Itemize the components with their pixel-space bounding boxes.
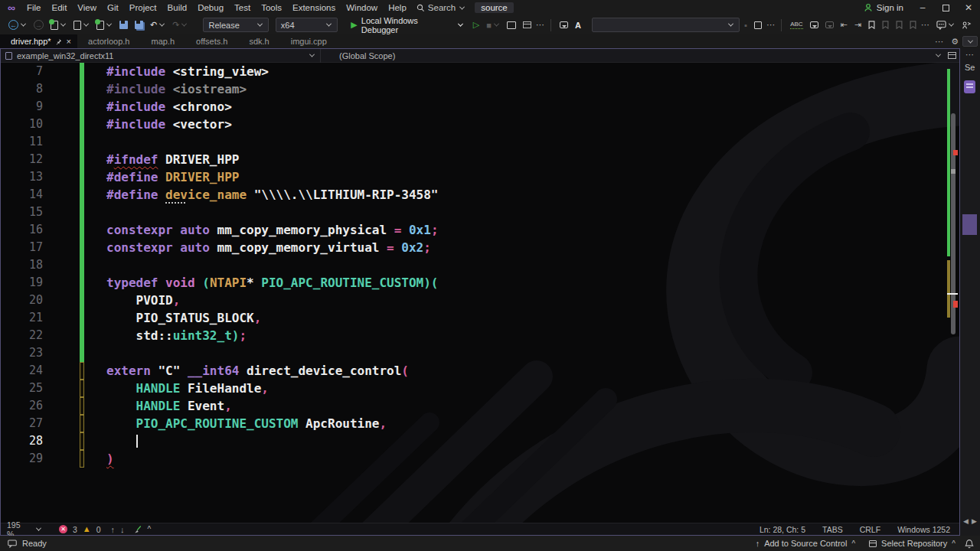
- toolbar-overflow-icon[interactable]: ⋯: [536, 20, 544, 30]
- code-line[interactable]: 24extern "C" __int64 direct_device_contr…: [1, 362, 959, 380]
- diagnostics-button[interactable]: [752, 20, 764, 31]
- prev-bookmark-button[interactable]: [880, 19, 891, 31]
- scope-dropdown[interactable]: (Global Scope): [321, 51, 935, 60]
- menu-git[interactable]: Git: [102, 0, 124, 15]
- cursor-position[interactable]: Ln: 28, Ch: 5: [760, 525, 805, 534]
- code-line[interactable]: 17constexpr auto mm_copy_memory_virtual …: [1, 239, 959, 256]
- tab-map-h[interactable]: map.h: [140, 34, 185, 48]
- vertical-scrollbar[interactable]: [947, 63, 958, 523]
- menu-test[interactable]: Test: [229, 0, 256, 15]
- scope-chevron-icon[interactable]: [936, 52, 941, 57]
- tab-overflow-icon[interactable]: ⋯: [935, 37, 943, 47]
- prev-issue-arrow-icon[interactable]: ↑: [111, 525, 116, 534]
- open-file-button[interactable]: [71, 19, 92, 31]
- tab-sdk-h[interactable]: sdk.h: [238, 34, 279, 48]
- code-line[interactable]: 13#define DRIVER_HPP: [1, 168, 959, 186]
- menu-view[interactable]: View: [72, 0, 102, 15]
- restore-button[interactable]: [934, 0, 957, 15]
- platform-dropdown[interactable]: x64: [276, 18, 338, 32]
- menu-project[interactable]: Project: [124, 0, 162, 15]
- start-debugging-button[interactable]: ▶Local Windows Debugger: [346, 15, 468, 36]
- search-depth-dropdown[interactable]: [592, 18, 740, 32]
- encoding[interactable]: Windows 1252: [897, 525, 950, 534]
- pin-icon[interactable]: [55, 38, 62, 45]
- configuration-dropdown[interactable]: Release: [203, 18, 268, 32]
- strip-scroll-arrows[interactable]: ◀▶: [963, 517, 980, 525]
- code-line[interactable]: 16constexpr auto mm_copy_memory_physical…: [1, 221, 959, 239]
- start-without-debugging-button[interactable]: ▷: [471, 18, 482, 31]
- feedback-button[interactable]: [934, 19, 957, 31]
- toolbar-overflow2-icon[interactable]: ⋯: [766, 20, 775, 30]
- panel-expand-button[interactable]: [962, 36, 978, 47]
- strip-overflow-icon[interactable]: ⋯: [965, 50, 974, 60]
- code-line[interactable]: 15: [1, 204, 959, 221]
- menu-file[interactable]: File: [21, 0, 47, 15]
- code-line[interactable]: 14#define device_name "\\\\.\\LITHIUM-RI…: [1, 186, 959, 204]
- clear-bookmarks-button[interactable]: [907, 19, 919, 31]
- close-button[interactable]: ✕: [957, 0, 980, 15]
- error-count-icon[interactable]: ✕: [59, 525, 67, 533]
- code-line[interactable]: 27 PIO_APC_ROUTINE_CUSTOM ApcRoutine,: [1, 415, 959, 432]
- toolbar-overflow3-icon[interactable]: ⋯: [921, 20, 929, 30]
- save-all-button[interactable]: [132, 19, 145, 31]
- attach-button[interactable]: ■: [484, 19, 502, 31]
- navigate-back-button[interactable]: ←: [6, 18, 29, 31]
- code-line[interactable]: 8#include <iostream>: [1, 80, 959, 98]
- profiler-button[interactable]: ▪: [742, 19, 750, 31]
- code-editor[interactable]: 7#include <string_view>8#include <iostre…: [1, 63, 959, 523]
- copilot-button[interactable]: A: [573, 19, 583, 31]
- add-to-source-control-button[interactable]: ↑ Add to Source Control ^: [751, 539, 860, 548]
- code-line[interactable]: 26 HANDLE Event,: [1, 397, 959, 415]
- tab-actorloop-h[interactable]: actorloop.h: [77, 34, 140, 48]
- toggle-bookmark-button[interactable]: [866, 19, 877, 31]
- copilot-chat-button[interactable]: [557, 20, 570, 30]
- code-line[interactable]: 19typedef void (NTAPI* PIO_APC_ROUTINE_C…: [1, 274, 959, 292]
- decrease-indent-button[interactable]: ⇤: [838, 18, 850, 31]
- health-expand-caret[interactable]: ^: [148, 525, 152, 533]
- indent-mode[interactable]: TABS: [822, 525, 843, 534]
- tab-driver-hpp[interactable]: driver.hpp*×: [0, 34, 77, 48]
- add-item-button[interactable]: [94, 19, 115, 31]
- menu-build[interactable]: Build: [162, 0, 193, 15]
- menu-window[interactable]: Window: [341, 0, 383, 15]
- code-line[interactable]: 22 std::uint32_t);: [1, 327, 959, 344]
- panel-icon[interactable]: [964, 80, 975, 93]
- tab-offsets-h[interactable]: offsets.h: [185, 34, 238, 48]
- attach-to-process-button[interactable]: [521, 20, 534, 30]
- save-button[interactable]: [117, 19, 130, 31]
- menu-help[interactable]: Help: [383, 0, 412, 15]
- sign-in-button[interactable]: Sign in: [856, 3, 911, 12]
- tab-imgui-cpp[interactable]: imgui.cpp: [280, 34, 338, 48]
- code-line[interactable]: 18: [1, 256, 959, 274]
- live-share-button[interactable]: [959, 19, 974, 31]
- menu-extensions[interactable]: Extensions: [287, 0, 341, 15]
- spell-check-button[interactable]: ABC: [788, 19, 805, 31]
- increase-indent-button[interactable]: ⇥: [852, 18, 864, 31]
- line-endings[interactable]: CRLF: [860, 525, 880, 534]
- navigate-forward-button[interactable]: →: [31, 18, 46, 31]
- uncomment-button[interactable]: [823, 20, 836, 30]
- code-line[interactable]: 23: [1, 344, 959, 362]
- minimize-button[interactable]: –: [911, 0, 934, 15]
- close-tab-icon[interactable]: ×: [67, 37, 71, 46]
- autohide-panel-tab[interactable]: Se: [965, 63, 975, 72]
- redo-button[interactable]: ↷: [170, 18, 190, 31]
- split-editor-icon[interactable]: [948, 52, 956, 59]
- next-bookmark-button[interactable]: [893, 19, 905, 31]
- notifications-bell-icon[interactable]: [965, 539, 974, 549]
- undo-button[interactable]: ↶: [148, 18, 168, 31]
- toggle-comment-button[interactable]: [808, 20, 821, 30]
- code-line[interactable]: 12#ifndef DRIVER_HPP: [1, 151, 959, 168]
- project-dropdown[interactable]: example_win32_directx11: [1, 51, 320, 60]
- select-repository-button[interactable]: Select Repository ^: [864, 539, 960, 548]
- code-line[interactable]: 7#include <string_view>: [1, 63, 959, 80]
- code-line[interactable]: 20 PVOID,: [1, 292, 959, 309]
- next-issue-arrow-icon[interactable]: ↓: [120, 525, 125, 534]
- code-line[interactable]: 25 HANDLE FileHandle,: [1, 380, 959, 397]
- menu-tools[interactable]: Tools: [256, 0, 287, 15]
- code-line[interactable]: 21 PIO_STATUS_BLOCK,: [1, 309, 959, 327]
- code-line[interactable]: 28: [1, 432, 959, 450]
- menu-debug[interactable]: Debug: [192, 0, 229, 15]
- code-line[interactable]: 10#include <vector>: [1, 116, 959, 133]
- warning-count[interactable]: 0: [96, 525, 101, 534]
